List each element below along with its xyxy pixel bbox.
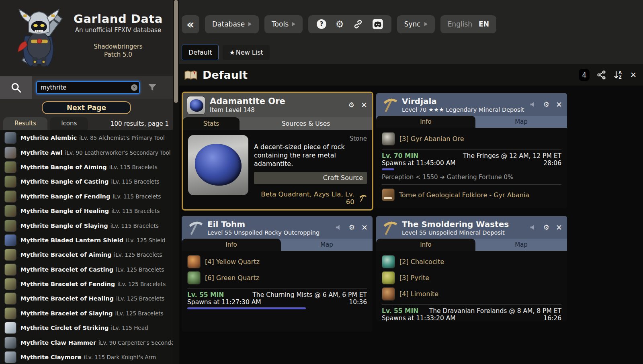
result-item[interactable]: Mythrite Bangle of Casting iLv. 115 Brac…	[0, 174, 173, 189]
tab-default-list[interactable]: Default	[182, 45, 219, 60]
result-item[interactable]: Mythrite Bangle of Fending iLv. 115 Brac…	[0, 189, 173, 204]
item-detail: iLv. 85 Alchemist's Primary Tool	[79, 135, 164, 141]
result-item[interactable]: Mythrite Bracelet of Fending iLv. 125 Br…	[0, 277, 173, 291]
tome-link[interactable]: Tome of Geological Folklore - Gyr Abania	[382, 188, 561, 201]
item-detail: iLv. 115 Bracelets	[109, 164, 158, 170]
craft-source-header: Craft Source	[254, 172, 367, 184]
result-item[interactable]: Mythrite Bracelet of Slaying iLv. 125 Br…	[0, 306, 173, 321]
node-item[interactable]: [3] Gyr Abanian Ore	[382, 132, 561, 145]
main-area: « Database Tools ? ⚙	[179, 0, 643, 364]
node-item[interactable]: [4] Yellow Quartz	[187, 255, 367, 268]
tab-info[interactable]: Info	[376, 239, 475, 251]
result-item[interactable]: Mythrite Circlet of Striking iLv. 115 He…	[0, 321, 173, 335]
clear-search-icon[interactable]: ✕	[131, 84, 137, 91]
discord-icon[interactable]	[372, 18, 383, 30]
mascot-logo[interactable]	[9, 2, 70, 72]
language-button[interactable]: EnglishEN	[440, 15, 496, 33]
workspace-tabstrip: Default ★New List	[179, 40, 643, 64]
card-settings-icon[interactable]: ⚙	[349, 224, 355, 231]
node-card-virdjala[interactable]: Virdjala Level 70 ★★★ Legendary Mineral …	[376, 93, 567, 208]
logo-area: Garland Data An unofficial FFXIV databas…	[0, 0, 173, 76]
tab-results[interactable]: Results	[3, 117, 47, 130]
link-icon[interactable]	[353, 19, 363, 29]
item-name: Mythrite Alembic	[20, 135, 77, 141]
countdown-timer: 10:36	[349, 299, 367, 306]
next-page-button[interactable]: Next Page	[42, 101, 131, 114]
sidebar: Garland Data An unofficial FFXIV databas…	[0, 0, 173, 364]
node-item[interactable]: [6] Green Quartz	[187, 271, 367, 284]
vertical-scrollbar[interactable]	[173, 0, 179, 364]
item-name: Mythrite Circlet of Striking	[20, 325, 109, 331]
result-item[interactable]: Mythrite Bracelet of Casting iLv. 125 Br…	[0, 262, 173, 277]
mute-icon[interactable]	[335, 224, 342, 231]
card-subtitle: Level 70 ★★★ Legendary Mineral Deposit	[402, 106, 526, 113]
node-card-smoldering-wastes[interactable]: The Smoldering Wastes Level 55 Unspoiled…	[376, 216, 567, 321]
caret-right-icon	[424, 22, 428, 26]
mute-icon[interactable]	[530, 101, 537, 108]
result-item[interactable]: Mythrite Bracelet of Healing iLv. 125 Br…	[0, 291, 173, 306]
node-item[interactable]: [3] Pyrite	[382, 271, 561, 284]
card-settings-icon[interactable]: ⚙	[543, 101, 549, 108]
result-item[interactable]: Mythrite Alembic iLv. 85 Alchemist's Pri…	[0, 131, 173, 145]
item-label: [6] Green Quartz	[205, 274, 259, 282]
craft-source-link[interactable]: Beta Quadrant, Azys Lla, Lv. 60	[254, 190, 367, 206]
result-item[interactable]: Mythrite Claw Hammer iLv. 90 Carpenter's…	[0, 335, 173, 350]
adamantite-ore-icon	[187, 96, 205, 115]
filter-icon[interactable]	[147, 82, 158, 93]
tab-info[interactable]: Info	[376, 116, 475, 128]
tab-icons[interactable]: Icons	[50, 117, 88, 130]
card-close-icon[interactable]: ✕	[556, 101, 562, 108]
item-detail: iLv. 115 Dark Knight's Arm	[84, 354, 156, 360]
node-item[interactable]: [2] Chalcocite	[382, 255, 561, 268]
item-name: Mythrite Bracelet of Slaying	[20, 310, 113, 317]
card-close-icon[interactable]: ✕	[361, 224, 368, 231]
sync-menu-button[interactable]: Sync	[397, 15, 435, 33]
new-list-button[interactable]: ★New List	[223, 45, 269, 60]
node-item[interactable]: [4] Limonite	[382, 287, 561, 301]
spawn-progress-bar	[382, 168, 561, 170]
settings-icon[interactable]: ⚙	[336, 20, 344, 29]
tab-map[interactable]: Map	[475, 116, 567, 128]
result-item[interactable]: Mythrite Bangle of Healing iLv. 115 Brac…	[0, 204, 173, 218]
item-icon	[4, 307, 16, 319]
node-card-eil-tohm[interactable]: Eil Tohm Level 55 Unspoiled Rocky Outcro…	[182, 216, 373, 332]
tab-map[interactable]: Map	[475, 239, 567, 251]
card-settings-icon[interactable]: ⚙	[348, 102, 354, 108]
close-list-icon[interactable]: ✕	[630, 71, 637, 79]
search-icon-cell[interactable]	[0, 76, 32, 99]
result-item[interactable]: Mythrite Bangle of Aiming iLv. 115 Brace…	[0, 160, 173, 174]
collapse-sidebar-button[interactable]: «	[182, 15, 199, 33]
database-menu-button[interactable]: Database	[205, 15, 259, 33]
item-name: Mythrite Awl	[20, 149, 63, 156]
share-icon[interactable]	[596, 70, 606, 80]
item-image	[188, 135, 248, 195]
tools-menu-button[interactable]: Tools	[264, 15, 303, 33]
card-settings-icon[interactable]: ⚙	[543, 224, 549, 231]
tab-info[interactable]: Info	[182, 239, 281, 251]
node-location: The Fringes @ 12 AM, 12 PM ET	[463, 152, 561, 160]
mute-icon[interactable]	[530, 224, 537, 231]
list-count-badge: 4	[579, 69, 590, 81]
book-icon	[184, 69, 198, 81]
tab-sources-uses[interactable]: Sources & Uses	[240, 117, 372, 130]
item-label: [3] Gyr Abanian Ore	[399, 135, 464, 143]
result-item[interactable]: Mythrite Bangle of Slaying iLv. 115 Brac…	[0, 218, 173, 233]
result-item[interactable]: Mythrite Bladed Lantern Shield iLv. 125 …	[0, 233, 173, 247]
result-item[interactable]: Mythrite Bracelet of Aiming iLv. 125 Bra…	[0, 247, 173, 262]
result-item[interactable]: Mythrite Awl iLv. 90 Leatherworker's Sec…	[0, 145, 173, 160]
tab-stats[interactable]: Stats	[183, 117, 240, 130]
sort-az-icon[interactable]: A Z	[613, 70, 623, 80]
spawn-progress-bar	[187, 307, 367, 309]
card-close-icon[interactable]: ✕	[556, 224, 562, 231]
item-card-adamantite-ore[interactable]: Adamantite Ore Item Level 148 ⚙ ✕ Stats …	[182, 92, 373, 211]
search-input[interactable]	[36, 81, 140, 94]
item-description: A decent-sized piece of rock containing …	[254, 143, 367, 168]
item-icon	[187, 271, 201, 284]
card-tabs: Info Map	[376, 116, 567, 128]
card-close-icon[interactable]: ✕	[361, 101, 367, 109]
scrollbar-thumb[interactable]	[174, 0, 178, 103]
perception-note: Perception < 1550 ➜ Gathering Fortune 0%	[382, 174, 561, 181]
help-icon[interactable]: ?	[316, 19, 327, 29]
tab-map[interactable]: Map	[281, 239, 373, 251]
result-item[interactable]: Mythrite Claymore iLv. 115 Dark Knight's…	[0, 350, 173, 364]
